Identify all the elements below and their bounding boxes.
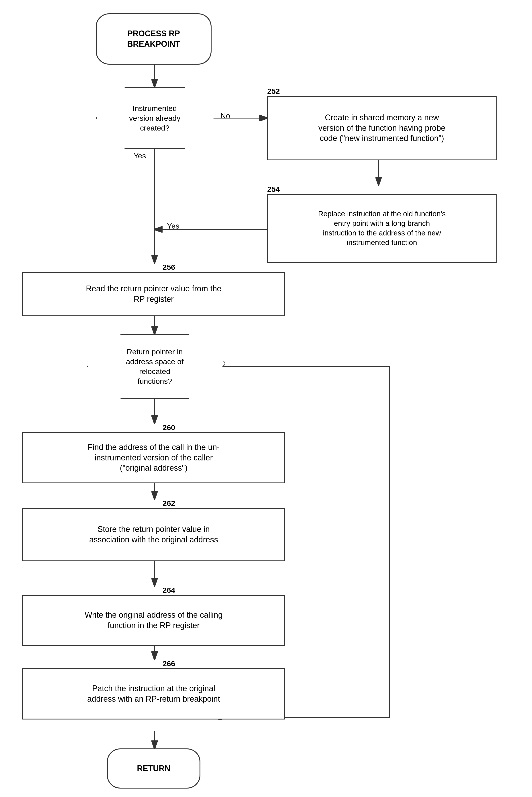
tag-264: 264 <box>163 586 175 594</box>
decision-250: Instrumentedversion alreadycreated? <box>96 87 214 149</box>
tag-262: 262 <box>163 499 175 508</box>
process-266: Patch the instruction at the originaladd… <box>22 668 285 720</box>
yes-label-2: Yes <box>167 222 179 230</box>
tag-266: 266 <box>163 659 175 668</box>
process-256: Read the return pointer value from theRP… <box>22 272 285 316</box>
start-terminal: PROCESS RPBREAKPOINT <box>96 13 212 64</box>
flowchart-diagram: No Yes Yes No PROCESS RPBREAKPOINT 250 I… <box>0 0 532 797</box>
tag-252: 252 <box>267 87 280 96</box>
process-254: Replace instruction at the old function'… <box>267 194 497 263</box>
end-terminal: RETURN <box>107 748 201 789</box>
tag-260: 260 <box>163 423 175 432</box>
process-260: Find the address of the call in the un-i… <box>22 432 285 483</box>
process-262: Store the return pointer value inassocia… <box>22 508 285 561</box>
tag-254: 254 <box>267 185 280 194</box>
tag-256: 256 <box>163 263 175 271</box>
decision-258: Return pointer inaddress space ofrelocat… <box>87 334 223 399</box>
process-264: Write the original address of the callin… <box>22 595 285 646</box>
no-label-1: No <box>221 111 230 120</box>
yes-label-1: Yes <box>134 151 146 160</box>
process-252: Create in shared memory a newversion of … <box>267 96 497 160</box>
